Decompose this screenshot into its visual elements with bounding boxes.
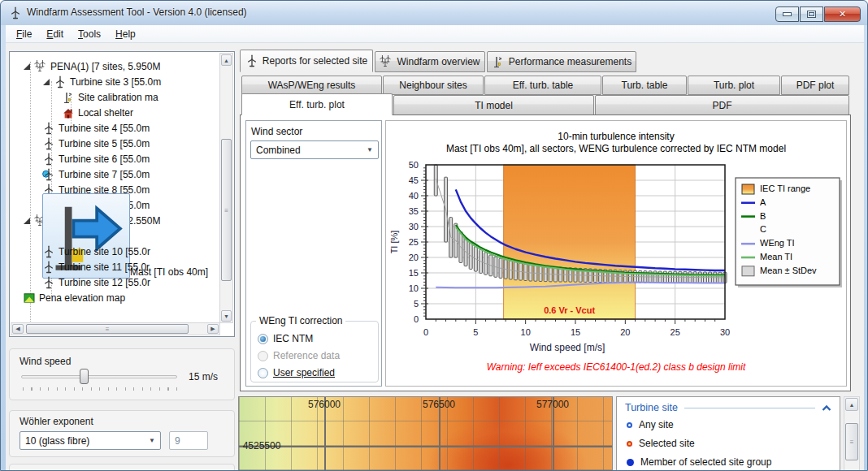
radio-button-icon[interactable]	[258, 351, 268, 361]
tree-item-2[interactable]: Site calibration ma	[62, 89, 158, 105]
tab-label: TI model	[475, 100, 513, 111]
wohler-selected-value: 10 (glass fibre)	[25, 435, 89, 447]
minimize-button[interactable]	[775, 6, 799, 22]
tab-performance-measurements[interactable]: Performance measurements	[487, 51, 636, 72]
scroll-left-button[interactable]: ◀	[12, 324, 24, 334]
scroll-right-button[interactable]: ▶	[207, 324, 219, 334]
wohler-input[interactable]: 9	[169, 431, 208, 450]
tab-neighbour-sites[interactable]: Neighbour sites	[383, 76, 484, 95]
close-button[interactable]: ✕	[824, 6, 861, 22]
svg-text:15: 15	[409, 268, 419, 278]
tab-ti-model[interactable]: TI model	[393, 95, 594, 115]
legend-item-label: Any site	[639, 419, 674, 430]
svg-text:Mean TI: Mean TI	[760, 252, 792, 261]
tree-item-label: Site calibration ma	[78, 92, 158, 103]
tab-label: Reports for selected site	[263, 55, 367, 67]
tree-item-13[interactable]: Turbine site 11 [55.0r	[42, 259, 150, 274]
turbine-icon	[42, 276, 55, 289]
tab-turb-table[interactable]: Turb. table	[602, 76, 687, 95]
expand-toggle-icon[interactable]	[24, 218, 30, 224]
tab-reports-for-selected-site[interactable]: Reports for selected site	[240, 50, 373, 72]
elevation-map[interactable]: 5760005765005770004525500	[238, 396, 613, 471]
legend-item-2: Member of selected site group	[627, 456, 771, 468]
svg-text:45: 45	[409, 175, 419, 185]
scroll-up-button[interactable]: ▲	[845, 398, 858, 411]
tree-item-3[interactable]: Local shelter	[62, 105, 133, 120]
tab-label: Windfarm overview	[397, 56, 480, 67]
tree-item-label: PENA(1) [7 sites, 5.950M	[50, 61, 160, 72]
tab-label: Eff. turb. table	[513, 80, 574, 91]
legend-item-label: Selected site	[639, 438, 695, 449]
tab-windfarm-overview[interactable]: Windfarm overview	[375, 51, 485, 72]
tree-vscrollbar[interactable]: ▲≡▼	[219, 53, 233, 323]
tree-item-7[interactable]: Turbine site 7 [55.0m	[42, 166, 150, 182]
wohler-select[interactable]: 10 (glass fibre) ▼	[20, 431, 161, 450]
tree-item-1[interactable]: Turbine site 3 [55.0m	[42, 74, 161, 89]
tab-label: WAsP/WEng results	[268, 80, 356, 91]
turbine-icon	[245, 54, 258, 67]
chart-title: 10-min turbulence intensity	[386, 131, 846, 142]
map-x-label: 576500	[423, 399, 455, 410]
scroll-down-button[interactable]: ▼	[221, 310, 232, 322]
tab-pdf-plot[interactable]: PDF plot	[781, 76, 849, 95]
svg-text:20: 20	[409, 253, 419, 262]
chart-legend: IEC TI rangeABCWEng TIMean TIMean ± StDe…	[736, 178, 842, 287]
site-tree[interactable]: PENA(1) [7 sites, 5.950MTurbine site 3 […	[9, 51, 235, 337]
title-bar[interactable]: Windfarm Assessment Tool - Version 4.0 (…	[1, 1, 867, 25]
radio-user-specified[interactable]: User specified	[258, 367, 335, 378]
svg-text:25: 25	[671, 327, 680, 337]
chevron-up-icon[interactable]	[822, 404, 831, 412]
tree-item-11[interactable]: Mast [TI obs 40m]	[42, 228, 130, 244]
tree-item-5[interactable]: Turbine site 5 [55.0m	[42, 136, 150, 151]
tree-item-label: Local shelter	[78, 107, 133, 119]
tree-item-label: Turbine site 4 [55.0m	[59, 123, 150, 134]
expand-toggle-icon[interactable]	[43, 79, 50, 85]
wind-speed-slider-track[interactable]	[21, 375, 177, 378]
menu-help[interactable]: Help	[108, 27, 143, 41]
tab-label: PDF plot	[796, 80, 835, 91]
tab-eff-turb-plot[interactable]: Eff. turb. plot	[241, 93, 393, 115]
windfarm-icon	[380, 55, 393, 68]
tree-item-label: Turbine site 5 [55.0m	[59, 138, 150, 149]
map-legend-panel: Turbine site Any siteSelected siteMember…	[616, 396, 840, 471]
radio-button-icon[interactable]	[258, 334, 268, 344]
tree-item-0[interactable]: PENA(1) [7 sites, 5.950M	[23, 58, 160, 74]
scroll-up-button[interactable]: ▲	[221, 54, 232, 66]
menu-edit[interactable]: Edit	[39, 27, 71, 41]
svg-text:C: C	[760, 224, 766, 234]
chevron-down-icon: ▼	[149, 437, 155, 444]
tab-turb-plot[interactable]: Turb. plot	[688, 76, 780, 95]
expand-toggle-icon[interactable]	[24, 63, 30, 70]
map-icon	[23, 292, 36, 305]
tab-pdf[interactable]: PDF	[595, 95, 849, 115]
tree-hscrollbar[interactable]: ◀≡▶	[11, 322, 220, 335]
radio-button-icon[interactable]	[258, 368, 268, 378]
tab-wasp-weng-results[interactable]: WAsP/WEng results	[241, 76, 382, 95]
scrollbar-thumb[interactable]: ≡	[221, 139, 232, 281]
tree-item-14[interactable]: Turbine site 12 [55.0r	[42, 274, 150, 290]
plot-area: 0.6 Vr - Vcut051015202530051015202530354…	[389, 160, 730, 337]
menu-file[interactable]: File	[9, 27, 39, 41]
tab-label: Turb. plot	[714, 80, 754, 91]
scrollbar-thumb[interactable]: ≡	[26, 324, 189, 334]
tab-eff-turb-table[interactable]: Eff. turb. table	[484, 76, 601, 95]
report-content-panel: Wind sector Combined ▼ WEng TI correctio…	[240, 115, 851, 391]
radio-iec-ntm[interactable]: IEC NTM	[258, 333, 313, 344]
slider-tick-marks	[23, 387, 179, 391]
tree-item-15[interactable]: Pena elevation map	[23, 290, 125, 305]
radio-reference-data[interactable]: Reference data	[258, 350, 340, 361]
tab-label: Performance measurements	[509, 56, 631, 67]
tree-item-6[interactable]: Turbine site 6 [55.0m	[42, 151, 150, 166]
main-plot-options-group: Main plot options	[9, 464, 235, 471]
tree-item-12[interactable]: Turbine site 10 [55.0r	[42, 244, 150, 259]
legend-scrollbar[interactable]: ▲ ≡	[844, 396, 860, 471]
svg-text:30: 30	[720, 327, 730, 337]
svg-text:0: 0	[414, 314, 419, 324]
scrollbar-thumb[interactable]: ≡	[845, 423, 858, 460]
wohler-label: Wöhler exponent	[20, 416, 93, 427]
maximize-button[interactable]	[800, 6, 823, 22]
wind-speed-slider-thumb[interactable]	[80, 369, 89, 384]
wind-sector-select[interactable]: Combined ▼	[250, 140, 379, 159]
menu-tools[interactable]: Tools	[71, 27, 108, 41]
tree-item-4[interactable]: Turbine site 4 [55.0m	[42, 120, 150, 136]
